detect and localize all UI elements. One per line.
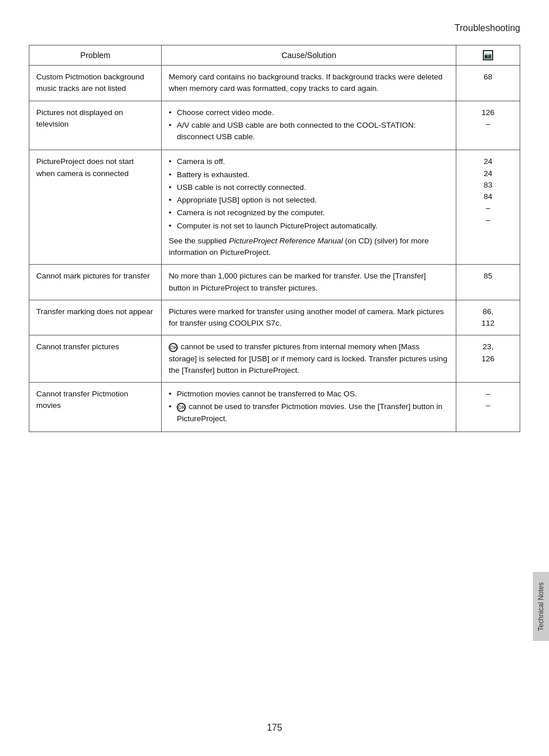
list-item: USB cable is not correctly connected.	[169, 182, 449, 193]
problem-cell: Cannot transfer Pictmotion movies	[29, 383, 162, 432]
problem-cell: Transfer marking does not appear	[29, 300, 162, 335]
cause-cell: No more than 1,000 pictures can be marke…	[162, 265, 456, 300]
ref-cell: ––	[456, 383, 520, 432]
ref-cell: 85	[456, 265, 520, 300]
main-table: Problem Cause/Solution 📷 Custom Pictmoti…	[29, 45, 520, 432]
bullet-list: Pictmotion movies cannot be transferred …	[169, 388, 449, 425]
list-item: Appropriate [USB] option is not selected…	[169, 194, 449, 206]
cause-cell: Choose correct video mode. A/V cable and…	[162, 101, 456, 150]
list-item: A/V cable and USB cable are both connect…	[169, 120, 449, 143]
table-row: Custom Pictmotion background music track…	[29, 66, 520, 101]
problem-cell: PictureProject does not start when camer…	[29, 150, 162, 265]
page-footer: 175	[0, 723, 549, 733]
ref-icon: 📷	[483, 50, 493, 60]
list-item: OK cannot be used to transfer Pictmotion…	[169, 401, 449, 425]
cause-cell: Pictmotion movies cannot be transferred …	[162, 383, 456, 432]
col-problem: Problem	[29, 45, 162, 66]
bullet-list: Choose correct video mode. A/V cable and…	[169, 107, 449, 143]
page-title: Troubleshooting	[455, 23, 520, 33]
ok-icon: OK	[177, 403, 186, 412]
list-item: Camera is off.	[169, 156, 449, 167]
table-row: Pictures not displayed on television Cho…	[29, 101, 520, 150]
table-row: Transfer marking does not appear Picture…	[29, 300, 520, 335]
list-item: Computer is not set to launch PicturePro…	[169, 220, 449, 232]
col-cause: Cause/Solution	[162, 45, 456, 66]
cause-cell: Memory card contains no background track…	[162, 66, 456, 101]
problem-cell: Cannot transfer pictures	[29, 335, 162, 383]
list-item: Battery is exhausted.	[169, 169, 449, 181]
table-row: Cannot transfer pictures OK cannot be us…	[29, 335, 520, 383]
col-ref: 📷	[456, 45, 520, 66]
side-tab: Technical Notes	[533, 572, 549, 641]
ref-cell: 23,126	[456, 335, 520, 383]
list-item: Choose correct video mode.	[169, 107, 449, 119]
list-item: Pictmotion movies cannot be transferred …	[169, 388, 449, 400]
page: Troubleshooting Problem Cause/Solution 📷…	[0, 0, 549, 756]
table-row: Cannot mark pictures for transfer No mor…	[29, 265, 520, 300]
cause-cell: Camera is off. Battery is exhausted. USB…	[162, 150, 456, 265]
table-row: PictureProject does not start when camer…	[29, 150, 520, 265]
ref-cell: 86,112	[456, 300, 520, 335]
problem-cell: Custom Pictmotion background music track…	[29, 66, 162, 101]
cause-cell: OK cannot be used to transfer pictures f…	[162, 335, 456, 383]
page-header: Troubleshooting	[29, 23, 520, 33]
ok-icon: OK	[169, 343, 178, 352]
problem-cell: Pictures not displayed on television	[29, 101, 162, 150]
side-tab-label: Technical Notes	[537, 582, 545, 631]
list-item: Camera is not recognized by the computer…	[169, 207, 449, 219]
cause-note: See the supplied PictureProject Referenc…	[169, 235, 449, 259]
page-number: 175	[267, 723, 283, 733]
ref-cell: 24248384––	[456, 150, 520, 265]
ref-cell: 68	[456, 66, 520, 101]
bullet-list: Camera is off. Battery is exhausted. USB…	[169, 156, 449, 232]
table-row: Cannot transfer Pictmotion movies Pictmo…	[29, 383, 520, 432]
cause-cell: Pictures were marked for transfer using …	[162, 300, 456, 335]
problem-cell: Cannot mark pictures for transfer	[29, 265, 162, 300]
ref-cell: 126–	[456, 101, 520, 150]
